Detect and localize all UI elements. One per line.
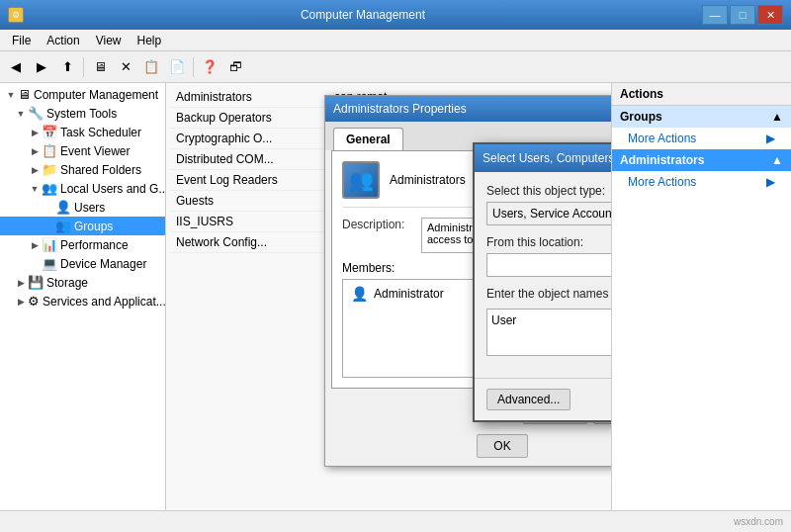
administrators-more-actions-label: More Actions bbox=[628, 175, 696, 189]
group-name-administrators: Administrators bbox=[176, 90, 334, 104]
expand-icon-lu: ▼ bbox=[28, 184, 42, 194]
administrators-section-header[interactable]: Administrators ▲ bbox=[612, 149, 791, 171]
back-button[interactable]: ◀ bbox=[4, 55, 28, 79]
group-name-eventlog: Event Log Readers bbox=[176, 173, 334, 187]
sidebar-label-p: Performance bbox=[60, 238, 129, 252]
expand-icon-svc: ▶ bbox=[14, 297, 28, 307]
names-row: User Check Names bbox=[486, 305, 611, 356]
status-bar: wsxdn.com bbox=[0, 510, 791, 532]
content-area: Administrators can remot... Backup Opera… bbox=[166, 83, 611, 510]
folder-icon: 📁 bbox=[42, 162, 57, 177]
sidebar-item-shared-folders[interactable]: ▶ 📁 Shared Folders bbox=[0, 160, 165, 179]
title-bar-left: ⚙ bbox=[8, 7, 24, 23]
object-type-section: Select this object type: Object Types... bbox=[486, 184, 611, 225]
sidebar-item-services[interactable]: ▶ ⚙ Services and Applicat... bbox=[0, 292, 165, 310]
groups-more-actions-arrow: ▶ bbox=[766, 132, 775, 145]
groups-section-header[interactable]: Groups ▲ bbox=[612, 106, 791, 128]
sidebar-label-u: Users bbox=[74, 201, 105, 215]
forward-button[interactable]: ▶ bbox=[30, 55, 53, 79]
storage-icon: 💾 bbox=[28, 275, 44, 290]
sidebar-label-dm: Device Manager bbox=[60, 257, 146, 271]
admin-name: Administrators bbox=[390, 173, 466, 187]
menu-action[interactable]: Action bbox=[39, 32, 87, 49]
app-icon: ⚙ bbox=[8, 7, 24, 23]
names-input-area: User bbox=[486, 305, 611, 356]
tools-icon: 🔧 bbox=[28, 106, 44, 121]
maximize-button[interactable]: □ bbox=[730, 5, 755, 25]
dialog-admin-title: Administrators Properties bbox=[333, 102, 467, 116]
calendar-icon: 📅 bbox=[42, 125, 57, 139]
computer-icon: 🖥 bbox=[18, 87, 31, 102]
group-name-backup: Backup Operators bbox=[176, 111, 334, 125]
groups-label: Groups bbox=[620, 110, 662, 124]
groups-more-actions[interactable]: More Actions ▶ bbox=[612, 128, 791, 149]
group-name-guests: Guests bbox=[176, 194, 334, 208]
sidebar-label-s: Storage bbox=[46, 276, 88, 290]
new-button[interactable]: 📄 bbox=[165, 55, 189, 79]
object-type-input[interactable] bbox=[486, 202, 611, 225]
location-input[interactable] bbox=[486, 253, 611, 277]
dialog-select-footer: Advanced... OK Cancel bbox=[475, 378, 611, 420]
location-section: From this location: Locations... bbox=[486, 235, 611, 277]
minimize-button[interactable]: — bbox=[702, 5, 728, 25]
close-button[interactable]: ✕ bbox=[757, 5, 783, 25]
sidebar-item-device-manager[interactable]: 💻 Device Manager bbox=[0, 254, 165, 273]
sidebar-item-users[interactable]: 👤 Users bbox=[0, 198, 165, 217]
desc-label: Description: bbox=[342, 218, 421, 231]
help-button[interactable]: ❓ bbox=[198, 55, 221, 79]
expand-icon: ▼ bbox=[4, 90, 18, 100]
toolbar-separator-2 bbox=[193, 57, 194, 77]
ok-button[interactable]: OK bbox=[477, 434, 527, 458]
delete-button[interactable]: ✕ bbox=[114, 55, 137, 79]
menu-file[interactable]: File bbox=[4, 32, 39, 49]
member-name: Administrator bbox=[374, 287, 444, 301]
sidebar-item-system-tools[interactable]: ▼ 🔧 System Tools bbox=[0, 104, 165, 123]
tab-general[interactable]: General bbox=[333, 128, 403, 150]
sidebar-item-performance[interactable]: ▶ 📊 Performance bbox=[0, 235, 165, 254]
administrators-more-actions[interactable]: More Actions ▶ bbox=[612, 171, 791, 193]
sidebar-label-cm: Computer Management bbox=[34, 88, 158, 102]
sidebar-label-svc: Services and Applicat... bbox=[43, 295, 166, 309]
properties-button[interactable]: 📋 bbox=[139, 55, 163, 79]
title-bar: ⚙ Computer Management — □ ✕ bbox=[0, 0, 791, 30]
sidebar-item-groups[interactable]: 👥 Groups bbox=[0, 217, 165, 235]
dialog-select-title-bar: Select Users, Computers, Service Account… bbox=[475, 144, 611, 172]
device-icon: 💻 bbox=[42, 256, 57, 271]
sidebar-item-local-users[interactable]: ▼ 👥 Local Users and G... bbox=[0, 179, 165, 198]
menu-view[interactable]: View bbox=[88, 32, 130, 49]
expand-icon-p: ▶ bbox=[28, 240, 42, 250]
groups-icon: 👥 bbox=[55, 219, 71, 233]
expand-icon-st: ▼ bbox=[14, 109, 28, 119]
computer-button[interactable]: 🖥 bbox=[88, 55, 112, 79]
window-title: Computer Management bbox=[24, 8, 702, 22]
advanced-button[interactable]: Advanced... bbox=[486, 389, 571, 410]
menu-help[interactable]: Help bbox=[130, 32, 170, 49]
sidebar-item-computer-management[interactable]: ▼ 🖥 Computer Management bbox=[0, 85, 165, 104]
up-button[interactable]: ⬆ bbox=[55, 55, 79, 79]
administrators-label: Administrators bbox=[620, 153, 704, 167]
group-name-dcom: Distributed COM... bbox=[176, 152, 334, 166]
names-section: Enter the object names to select (exampl… bbox=[486, 287, 611, 356]
user-icon: 👤 bbox=[55, 200, 71, 215]
sidebar-item-event-viewer[interactable]: ▶ 📋 Event Viewer bbox=[0, 141, 165, 160]
admin-icon: 👥 bbox=[342, 161, 380, 199]
sidebar-label-ev: Event Viewer bbox=[60, 144, 130, 158]
groups-collapse-icon: ▲ bbox=[771, 110, 783, 124]
fullscreen-button[interactable]: 🗗 bbox=[223, 55, 247, 79]
administrators-more-actions-arrow: ▶ bbox=[766, 175, 775, 189]
sidebar-label-sf: Shared Folders bbox=[60, 163, 141, 177]
services-icon: ⚙ bbox=[28, 294, 40, 309]
sidebar-item-storage[interactable]: ▶ 💾 Storage bbox=[0, 273, 165, 292]
actions-header: Actions bbox=[612, 83, 791, 106]
dialog-select-title: Select Users, Computers, Service Account… bbox=[483, 151, 611, 165]
toolbar: ◀ ▶ ⬆ 🖥 ✕ 📋 📄 ❓ 🗗 bbox=[0, 51, 791, 83]
dialog-admin-footer: OK bbox=[325, 430, 611, 466]
title-bar-controls: — □ ✕ bbox=[702, 5, 783, 25]
dialog-select-body: Select this object type: Object Types...… bbox=[475, 172, 611, 378]
names-textarea[interactable]: User bbox=[486, 309, 611, 356]
watermark: wsxdn.com bbox=[734, 516, 783, 527]
member-icon: 👤 bbox=[351, 286, 368, 302]
location-label: From this location: bbox=[486, 235, 611, 249]
sidebar: ▼ 🖥 Computer Management ▼ 🔧 System Tools… bbox=[0, 83, 166, 510]
sidebar-item-task-scheduler[interactable]: ▶ 📅 Task Scheduler bbox=[0, 123, 165, 141]
